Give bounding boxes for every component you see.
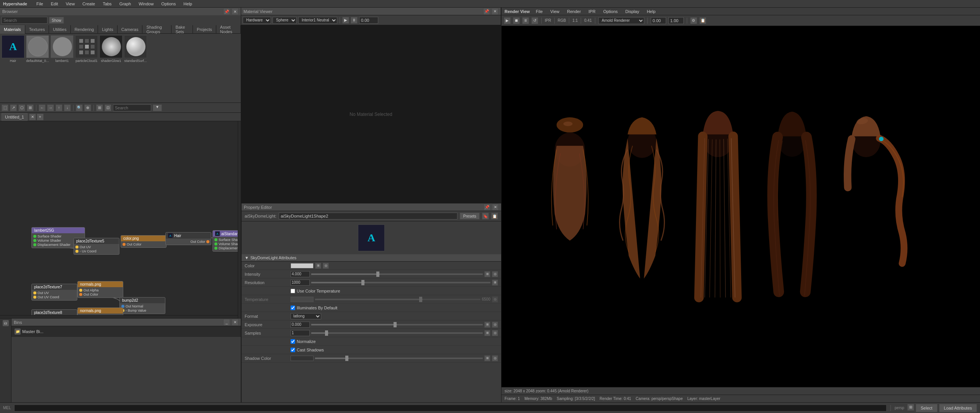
pe-intensity-slider[interactable] xyxy=(311,273,483,275)
pe-shadow-color-swatch[interactable] xyxy=(291,356,314,361)
graph-tab-close[interactable]: ✕ xyxy=(29,114,36,120)
menu-edit[interactable]: Edit xyxy=(49,2,60,6)
rv-gamma-input[interactable] xyxy=(668,17,684,24)
graph-tool-7[interactable]: ↑ xyxy=(56,104,62,111)
mat-item-shaderglow[interactable]: shaderGlow1 xyxy=(100,35,122,101)
tab-textures[interactable]: Textures xyxy=(25,25,49,34)
graph-tool-1[interactable]: ⬚ xyxy=(2,104,8,111)
menu-graph[interactable]: Graph xyxy=(118,2,133,6)
mv-pause-btn[interactable]: ⏸ xyxy=(351,17,358,24)
pe-samples-extra[interactable]: ◎ xyxy=(492,330,498,336)
mat-item-standardsurf[interactable]: standardSurf... xyxy=(124,35,147,101)
pe-presets-btn[interactable]: Presets xyxy=(460,213,480,220)
pe-exposure-input[interactable] xyxy=(291,322,310,328)
pe-exposure-slider[interactable] xyxy=(311,324,483,325)
pe-format-dropdown[interactable]: latlong mirroredBall angular xyxy=(291,313,321,319)
node-aistandardsurface[interactable]: A aiStandardSurface Surface Shader Volum… xyxy=(212,230,241,252)
pe-color-swatch-color[interactable] xyxy=(291,263,314,268)
tab-shading-groups[interactable]: Shading Groups xyxy=(142,25,172,34)
pe-cast-shadows-checkbox[interactable] xyxy=(291,348,295,352)
rv-menu-render[interactable]: Render xyxy=(565,9,582,14)
pe-exposure-extra[interactable]: ◎ xyxy=(492,322,498,328)
pe-color-expand[interactable]: ⊞ xyxy=(315,263,321,269)
pe-illuminates-checkbox[interactable] xyxy=(291,306,295,310)
pe-color-extra[interactable]: ◎ xyxy=(323,263,329,269)
graph-tab-untitled[interactable]: Untitled_1 xyxy=(2,113,28,121)
menu-options[interactable]: Options xyxy=(160,2,177,6)
graph-tool-5[interactable]: ← xyxy=(39,104,46,111)
bins-sidebar-icon[interactable]: 🗂 xyxy=(3,320,9,326)
mv-exposure-input[interactable] xyxy=(359,17,378,24)
graph-tool-3[interactable]: ⬡ xyxy=(18,104,25,111)
node-canvas[interactable]: lambert25G Surface Shader Volume Shader xyxy=(0,121,241,318)
bottom-icon-1[interactable]: ⊞ xyxy=(907,404,914,411)
pe-section-header[interactable]: ▼ SkyDomeLight Attributes xyxy=(242,254,501,262)
tab-projects[interactable]: Projects xyxy=(193,25,216,34)
pe-close-btn[interactable]: ✕ xyxy=(492,204,499,211)
node-normals-png-1[interactable]: normals.png Out Alpha Out Color xyxy=(77,281,123,298)
mv-hardware-select[interactable]: Hardware xyxy=(243,17,271,24)
tab-bake-sets[interactable]: Bake Sets xyxy=(172,25,193,34)
graph-scrollbar-h[interactable] xyxy=(0,315,238,318)
tab-asset-nodes[interactable]: Asset Nodes xyxy=(216,25,241,34)
menu-tabs[interactable]: Tabs xyxy=(101,2,113,6)
graph-search-input[interactable] xyxy=(113,104,151,111)
pe-intensity-expand[interactable]: ⊞ xyxy=(484,271,490,277)
node-place2dtexture7[interactable]: place2dTexture7 Out UV Out UV Coord xyxy=(31,284,77,301)
rv-menu-ipr[interactable]: IPR xyxy=(587,9,597,14)
mv-close-btn[interactable]: ✕ xyxy=(492,8,498,15)
node-color-png[interactable]: color.png Out Color xyxy=(121,235,167,248)
graph-tool-4[interactable]: ⊞ xyxy=(27,104,34,111)
pe-use-color-temp-checkbox[interactable] xyxy=(291,289,295,293)
browser-search-input[interactable] xyxy=(2,17,47,24)
pe-copy-btn[interactable]: 📋 xyxy=(491,213,498,220)
pe-shadow-handle[interactable] xyxy=(345,356,348,361)
pe-exposure-expand[interactable]: ⊞ xyxy=(484,322,490,328)
pe-resolution-input[interactable] xyxy=(291,280,310,286)
rv-copy-tab-btn[interactable]: 📋 xyxy=(699,17,706,24)
rv-menu-display[interactable]: Display xyxy=(624,9,641,14)
rv-ipr-btn[interactable]: ▶ xyxy=(504,17,511,24)
bins-item-masterbi[interactable]: 📁 Master Bi... xyxy=(13,328,239,335)
mat-item-defaultmat[interactable]: defaultMat_0... xyxy=(26,35,49,101)
tab-rendering[interactable]: Rendering xyxy=(71,25,98,34)
pe-samples-input[interactable] xyxy=(291,330,310,336)
rv-menu-view[interactable]: View xyxy=(549,9,561,14)
node-hair[interactable]: A Hair Out Color xyxy=(165,232,211,245)
pe-exposure-handle[interactable] xyxy=(394,322,397,327)
menu-file[interactable]: File xyxy=(35,2,45,6)
tab-lights[interactable]: Lights xyxy=(98,25,117,34)
browser-pin-btn[interactable]: 📌 xyxy=(223,8,230,15)
pe-samples-slider[interactable] xyxy=(311,332,483,334)
mv-light-select[interactable]: Interior1 Neutral xyxy=(298,17,337,24)
graph-snap[interactable]: ⊡ xyxy=(105,104,111,111)
pe-intensity-extra[interactable]: ◎ xyxy=(492,271,498,277)
pe-normalize-checkbox[interactable] xyxy=(291,339,295,344)
menu-help[interactable]: Help xyxy=(182,2,194,6)
pe-intensity-handle[interactable] xyxy=(376,272,379,277)
graph-search-btn[interactable]: ▼ xyxy=(153,104,162,111)
node-place2dtexture5[interactable]: place2dTexture5 Out UV ◦ Uv Coord xyxy=(74,238,119,255)
pe-intensity-input[interactable] xyxy=(291,271,310,277)
graph-tool-9[interactable]: ⊕ xyxy=(84,104,91,111)
mv-pin-btn[interactable]: 📌 xyxy=(483,8,490,15)
rv-settings-btn[interactable]: ⚙ xyxy=(690,17,697,24)
graph-tool-2[interactable]: ↗ xyxy=(10,104,17,111)
graph-tab-add[interactable]: + xyxy=(37,114,44,120)
pe-resolution-slider[interactable] xyxy=(311,282,490,283)
tab-cameras[interactable]: Cameras xyxy=(118,25,143,34)
rv-menu-help[interactable]: Help xyxy=(645,9,657,14)
pe-node-name-input[interactable] xyxy=(279,213,457,220)
rv-menu-file[interactable]: File xyxy=(534,9,544,14)
rv-pause-btn[interactable]: ⏸ xyxy=(522,17,529,24)
graph-tool-6[interactable]: → xyxy=(47,104,54,111)
pe-samples-handle[interactable] xyxy=(325,330,328,336)
bins-minimize[interactable]: _ xyxy=(223,319,230,326)
mat-item-particlecloud[interactable]: particleCloud1 xyxy=(75,35,98,101)
pe-resolution-handle[interactable] xyxy=(361,280,364,285)
pe-bookmark-btn[interactable]: 🔖 xyxy=(482,213,489,220)
pe-shadow-extra[interactable]: ◎ xyxy=(492,355,498,361)
mat-item-lambert1[interactable]: lambert1 xyxy=(51,35,74,101)
show-button[interactable]: Show xyxy=(49,17,64,24)
graph-tool-8[interactable]: ↓ xyxy=(64,104,71,111)
